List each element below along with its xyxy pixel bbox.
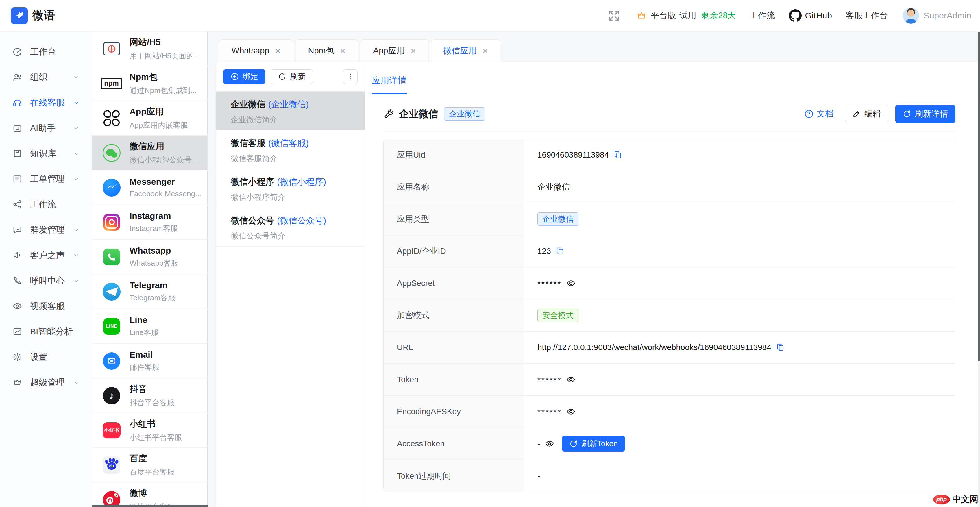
channel-item-weibo[interactable]: 微博 微博平台客服	[92, 482, 207, 507]
eye-icon[interactable]	[566, 407, 576, 416]
sidebar-item-voice-of-customer[interactable]: 客户之声	[0, 243, 92, 268]
channel-list-horizontal-scrollbar[interactable]	[92, 505, 208, 507]
table-row-encoding-aes-key: EncodingAESKey ******	[383, 396, 955, 428]
help-circle-icon	[804, 109, 814, 119]
eye-icon[interactable]	[566, 375, 576, 385]
channel-item-messenger[interactable]: Messenger Facebook Messeng...	[92, 170, 207, 205]
whatsapp-icon	[102, 248, 121, 266]
sidebar-item-workflow[interactable]: 工作流	[0, 192, 92, 217]
sidebar-item-settings[interactable]: 设置	[0, 344, 92, 370]
table-row-encrypt-mode: 加密模式 安全模式	[383, 299, 955, 332]
ticket-list-icon	[12, 174, 22, 184]
app-title: 微语	[32, 8, 56, 23]
open-tabs: Whatsapp × Npm包 × App应用 × 微信应用 ×	[219, 39, 500, 62]
scrollbar-thumb[interactable]	[978, 32, 980, 361]
share-nodes-icon	[12, 199, 22, 210]
copy-icon[interactable]	[613, 151, 622, 159]
main-area: Whatsapp × Npm包 × App应用 × 微信应用 × 绑定	[208, 32, 980, 507]
channel-item-xiaohongshu[interactable]: 小红书 小红书 小红书平台客服	[92, 413, 207, 448]
refresh-details-button[interactable]: 刷新详情	[895, 105, 955, 123]
eye-icon[interactable]	[566, 278, 576, 288]
tab-app-details[interactable]: 应用详情	[372, 75, 406, 94]
detail-panel: 应用详情 企业微信 企业微信 文档 编辑	[365, 62, 978, 507]
edit-button[interactable]: 编辑	[845, 105, 888, 123]
baidu-icon: du	[102, 456, 121, 474]
refresh-button[interactable]: 刷新	[270, 69, 313, 84]
close-icon[interactable]: ×	[410, 46, 416, 56]
github-label: GitHub	[805, 11, 832, 21]
list-item-official-account[interactable]: 微信公众号(微信公众号) 微信公众号简介	[216, 208, 364, 246]
sidebar-item-bi-analytics[interactable]: BI智能分析	[0, 319, 92, 344]
plan-badge[interactable]: 平台版 试用 剩余28天	[636, 10, 736, 21]
chat-dots-icon	[12, 225, 22, 235]
channel-item-app[interactable]: App应用 App应用内嵌客服	[92, 101, 207, 135]
github-link[interactable]: GitHub	[789, 9, 832, 22]
sidebar-item-online-service[interactable]: 在线客服	[0, 90, 92, 115]
user-avatar[interactable]	[903, 8, 919, 24]
close-icon[interactable]: ×	[482, 46, 488, 56]
sidebar-item-super-admin[interactable]: 超级管理	[0, 370, 92, 395]
list-item-mini-program[interactable]: 微信小程序(微信小程序) 微信小程序简介	[216, 169, 364, 208]
close-icon[interactable]: ×	[340, 46, 345, 56]
pencil-icon	[852, 110, 861, 118]
crown-icon	[12, 377, 22, 388]
tab-whatsapp[interactable]: Whatsapp ×	[219, 39, 293, 62]
channel-item-douyin[interactable]: ♪ 抖音 抖音平台客服	[92, 378, 207, 413]
sidebar-item-broadcast[interactable]: 群发管理	[0, 217, 92, 243]
docs-link[interactable]: 文档	[804, 108, 834, 120]
more-menu-button[interactable]	[343, 69, 358, 84]
tab-wechat[interactable]: 微信应用 ×	[431, 39, 500, 62]
php-logo-icon: php	[933, 494, 950, 504]
topbar-link-workflow[interactable]: 工作流	[750, 10, 775, 21]
list-item-work-wechat[interactable]: 企业微信(企业微信) 企业微信简介	[216, 92, 364, 130]
copy-icon[interactable]	[555, 247, 564, 256]
refresh-icon	[278, 72, 286, 81]
channel-item-telegram[interactable]: Telegram Telegram客服	[92, 274, 207, 309]
channel-item-line[interactable]: LINE Line Line客服	[92, 309, 207, 344]
tab-npm[interactable]: Npm包 ×	[295, 39, 358, 62]
channel-item-email[interactable]: ✉ Email 邮件客服	[92, 344, 207, 378]
channel-item-npm[interactable]: npm Npm包 通过Npm包集成到...	[92, 66, 207, 101]
table-row-uid: 应用Uid 1690460389113984	[383, 139, 955, 171]
table-row-name: 应用名称 企业微信	[383, 171, 955, 203]
topbar-link-workspace[interactable]: 客服工作台	[846, 10, 888, 21]
channel-list: 网站/H5 用于网站/H5页面的... npm Npm包 通过Npm包集成到..…	[92, 32, 208, 507]
status-badge: 安全模式	[538, 309, 579, 322]
eye-icon[interactable]	[545, 439, 554, 448]
refresh-icon	[902, 110, 911, 118]
telegram-icon	[102, 282, 121, 301]
sidebar-item-video-service[interactable]: 视频客服	[0, 293, 92, 319]
eye-icon	[12, 301, 22, 311]
channel-item-instagram[interactable]: Instagram Instagram客服	[92, 205, 207, 240]
fullscreen-icon[interactable]	[608, 9, 620, 22]
sidebar-item-dashboard[interactable]: 工作台	[0, 39, 92, 64]
instagram-icon	[102, 213, 121, 232]
chart-icon	[12, 326, 22, 337]
refresh-token-button[interactable]: 刷新Token	[562, 436, 625, 451]
messenger-icon	[102, 178, 121, 197]
wrench-icon	[383, 108, 394, 119]
channel-item-wechat[interactable]: 微信应用 微信小程序/公众号...	[92, 135, 207, 170]
channel-item-website[interactable]: 网站/H5 用于网站/H5页面的...	[92, 32, 207, 66]
sidebar-item-ticket-management[interactable]: 工单管理	[0, 166, 92, 192]
close-icon[interactable]: ×	[275, 46, 280, 56]
sidebar-item-call-center[interactable]: 呼叫中心	[0, 268, 92, 293]
plan-trial: 试用	[679, 10, 696, 21]
website-icon	[102, 40, 121, 58]
channel-item-baidu[interactable]: du 百度 百度平台客服	[92, 448, 207, 482]
npm-icon: npm	[102, 74, 121, 93]
sidebar-item-ai-assistant[interactable]: AI助手	[0, 115, 92, 141]
headset-icon	[12, 97, 22, 108]
username: SuperAdmin	[924, 11, 971, 21]
bind-button[interactable]: 绑定	[223, 69, 266, 84]
sidebar-item-knowledge-base[interactable]: 知识库	[0, 141, 92, 166]
line-icon: LINE	[102, 317, 121, 335]
table-row-type: 应用类型 企业微信	[383, 203, 955, 235]
channel-item-whatsapp[interactable]: Whatsapp Whatsapp客服	[92, 240, 207, 274]
tab-app[interactable]: App应用 ×	[360, 39, 429, 62]
plus-circle-icon	[231, 72, 239, 81]
sidebar-item-organization[interactable]: 组织	[0, 64, 92, 90]
chevron-down-icon	[73, 99, 80, 106]
copy-icon[interactable]	[776, 343, 784, 352]
list-item-wechat-service[interactable]: 微信客服(微信客服) 微信客服简介	[216, 130, 364, 169]
